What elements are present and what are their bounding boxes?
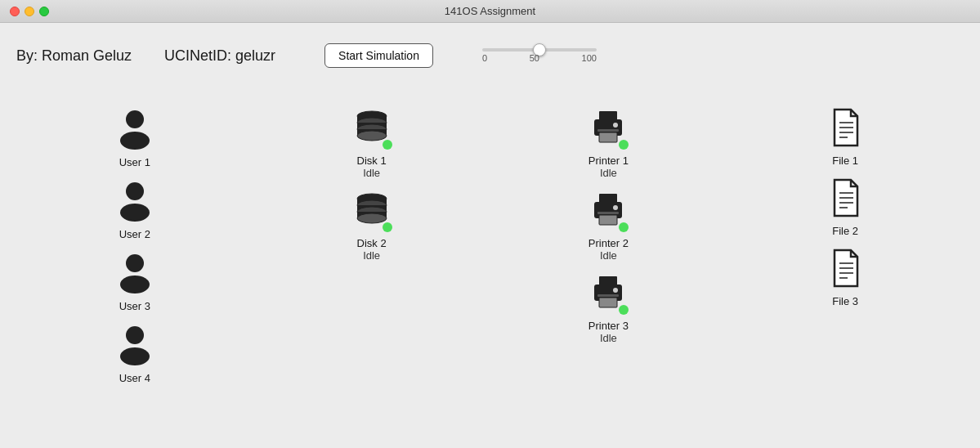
file-3-label: File 3 [832, 295, 858, 307]
printer-1-label: Printer 1 [588, 155, 629, 167]
svg-point-6 [126, 326, 144, 344]
file-1-label: File 1 [832, 155, 858, 167]
title-bar: 141OS Assignment [0, 0, 980, 23]
files-column: File 1 File 2 [727, 96, 964, 440]
start-simulation-button[interactable]: Start Simulation [324, 43, 433, 68]
main-content: User 1 User 2 User 3 [0, 88, 980, 448]
user-3-item: User 3 [112, 249, 158, 312]
maximize-button[interactable] [39, 7, 49, 16]
svg-point-2 [126, 182, 144, 200]
svg-point-7 [120, 347, 150, 365]
disk-2-icon-wrapper [350, 187, 394, 234]
user-2-icon [112, 177, 158, 225]
file-3-item: File 3 [823, 245, 867, 307]
svg-rect-29 [599, 215, 617, 225]
traffic-lights [10, 7, 49, 16]
svg-point-36 [613, 288, 618, 293]
printer-3-status: Idle [600, 332, 617, 344]
users-column: User 1 User 2 User 3 [16, 96, 253, 440]
printer-3-item: Printer 3 Idle [586, 270, 630, 344]
user-1-item: User 1 [112, 105, 158, 168]
file-2-label: File 2 [832, 225, 858, 237]
disk-2-status-dot [383, 222, 392, 232]
author-label: By: Roman Geluz [16, 47, 132, 65]
printers-column: Printer 1 Idle Printer 2 Idle [490, 96, 727, 440]
disk-1-item: Disk 1 Idle [350, 105, 394, 179]
user-4-icon [112, 320, 158, 369]
printer-2-label: Printer 2 [588, 237, 629, 249]
user-1-label: User 1 [119, 156, 150, 168]
slider-min-label: 0 [482, 53, 487, 63]
close-button[interactable] [10, 7, 20, 16]
file-2-item: File 2 [823, 175, 867, 237]
svg-point-31 [613, 205, 618, 210]
window-title: 141OS Assignment [445, 5, 535, 17]
svg-point-3 [120, 204, 150, 222]
slider-container: 0 50 100 [482, 48, 597, 63]
disks-column: Disk 1 Idle Disk 2 [253, 96, 490, 440]
user-2-label: User 2 [119, 228, 150, 240]
printer-2-item: Printer 2 Idle [586, 187, 630, 262]
svg-rect-35 [597, 294, 619, 297]
minimize-button[interactable] [25, 7, 34, 16]
user-4-label: User 4 [119, 372, 150, 384]
svg-point-26 [613, 123, 618, 128]
svg-point-0 [126, 110, 144, 128]
file-1-item: File 1 [823, 105, 867, 167]
svg-rect-34 [599, 298, 617, 307]
svg-rect-30 [597, 212, 619, 214]
printer-1-status: Idle [600, 167, 617, 179]
ucin-label: UCINetID: geluzr [164, 47, 275, 65]
header: By: Roman Geluz UCINetID: geluzr Start S… [0, 23, 980, 88]
printer-1-icon-wrapper [586, 105, 630, 151]
svg-rect-24 [599, 132, 617, 142]
svg-point-21 [357, 213, 387, 223]
disk-1-label: Disk 1 [357, 155, 387, 167]
slider-labels: 0 50 100 [482, 53, 597, 63]
disk-2-status: Idle [363, 249, 380, 262]
disk-2-item: Disk 2 Idle [350, 187, 394, 262]
printer-2-status: Idle [600, 249, 617, 262]
svg-point-1 [120, 132, 150, 150]
user-1-icon [112, 105, 158, 153]
speed-slider[interactable] [482, 48, 597, 52]
slider-mid-label: 50 [530, 53, 539, 63]
disk-1-icon-wrapper [350, 105, 394, 151]
disk-2-label: Disk 2 [357, 237, 387, 249]
file-2-icon [823, 175, 867, 222]
file-1-icon [823, 105, 867, 151]
user-3-label: User 3 [119, 300, 150, 312]
disk-1-status-dot [383, 140, 392, 150]
user-4-item: User 4 [112, 320, 158, 384]
disk-1-status: Idle [363, 167, 380, 179]
svg-rect-25 [597, 129, 619, 132]
svg-point-5 [120, 276, 150, 293]
printer-3-label: Printer 3 [588, 320, 629, 332]
user-2-item: User 2 [112, 177, 158, 240]
user-3-icon [112, 249, 158, 297]
svg-point-14 [357, 131, 387, 141]
slider-max-label: 100 [582, 53, 597, 63]
printer-3-icon-wrapper [586, 270, 630, 316]
printer-1-item: Printer 1 Idle [586, 105, 630, 179]
printer-2-icon-wrapper [586, 187, 630, 234]
svg-point-4 [126, 254, 144, 272]
file-3-icon [823, 245, 867, 292]
